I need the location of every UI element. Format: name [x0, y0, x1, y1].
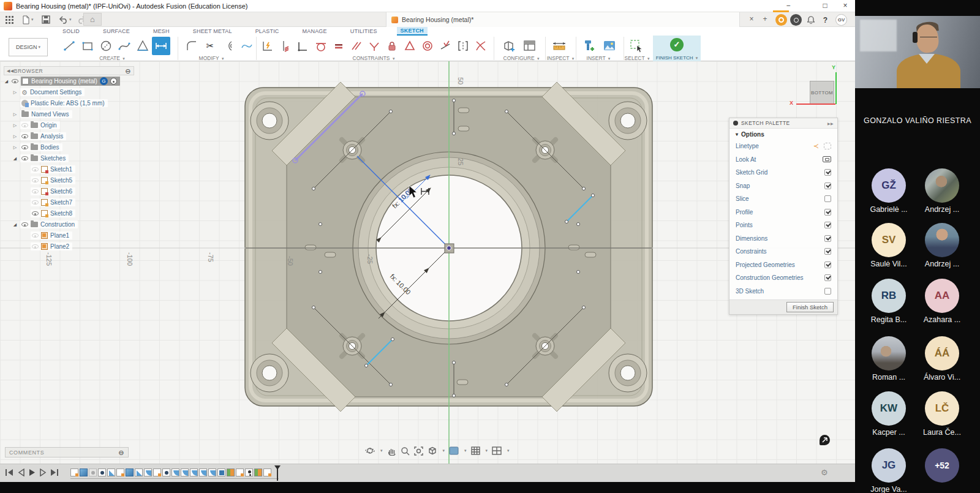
finish-sketch-button[interactable]: Finish Sketch [786, 302, 834, 312]
timeline-play-button[interactable] [28, 469, 36, 476]
sketch-dimension-icon[interactable] [260, 38, 276, 54]
slice-checkbox[interactable] [824, 195, 831, 202]
constraints-checkbox[interactable] [824, 248, 831, 255]
participant-avatar[interactable]: LČ [925, 391, 959, 426]
browser-item[interactable]: ◢ Sketches [4, 153, 134, 164]
timeline-step-back-button[interactable] [17, 469, 25, 476]
polygon-tool-icon[interactable] [135, 38, 151, 54]
visibility-eye-icon[interactable] [32, 211, 39, 216]
browser-item-label[interactable]: Analysis [40, 133, 63, 140]
notification-bell-icon[interactable] [805, 14, 816, 26]
browser-item[interactable]: ▷ Analysis [4, 131, 134, 141]
sketch-grid-checkbox[interactable] [824, 169, 831, 176]
timeline-feature-hole[interactable] [162, 469, 170, 476]
configuration-table-icon[interactable] [522, 38, 538, 54]
browser-root-row[interactable]: ◢ Bearing Housing (metal) G [4, 76, 134, 86]
job-status-icon[interactable] [775, 14, 787, 26]
tab-mesh[interactable]: MESH [149, 28, 173, 35]
browser-item[interactable]: Plane2 [4, 241, 134, 252]
speaker-video[interactable] [855, 16, 980, 88]
circle-tool-icon[interactable] [98, 38, 114, 54]
visibility-eye-icon[interactable] [32, 178, 39, 183]
participant-tile[interactable]: +52 [916, 448, 968, 485]
sketch-palette-header[interactable]: SKETCH PALETTE ▶▶ [729, 118, 837, 129]
offset-tool-icon[interactable] [221, 38, 236, 54]
trim-tool-icon[interactable]: ✂ [202, 38, 218, 54]
timeline-go-start-button[interactable] [5, 469, 13, 476]
minimize-button[interactable]: − [781, 1, 796, 11]
insert-image-icon[interactable] [601, 38, 617, 54]
visibility-eye-icon[interactable] [32, 200, 39, 205]
timeline-feature-fillet[interactable] [190, 469, 198, 476]
participant-tile[interactable]: GŽ Gabrielė ... [862, 168, 915, 214]
finish-sketch-panel[interactable]: ✓ FINISH SKETCH ▾ [653, 36, 701, 61]
browser-item-label[interactable]: Named Views [31, 111, 69, 118]
expand-arrow-icon[interactable]: ▷ [12, 134, 18, 139]
spline-tool-icon[interactable] [116, 38, 132, 54]
lock-constraint-icon[interactable] [384, 38, 400, 54]
visibility-eye-icon[interactable] [21, 222, 28, 227]
construction-geometries-checkbox[interactable] [824, 274, 831, 281]
participant-tile[interactable]: ÁÁ Álvaro Vi... [916, 336, 968, 382]
origin-marker[interactable] [445, 244, 454, 253]
collapse-panel-icon[interactable]: ◀◀ [7, 69, 14, 73]
expand-arrow-icon[interactable]: ▷ [12, 90, 18, 95]
curvature-constraint-icon[interactable] [473, 38, 489, 54]
maximize-button[interactable]: □ [818, 1, 832, 11]
options-section[interactable]: ▾ Options [729, 129, 837, 140]
visibility-eye-icon[interactable] [12, 79, 18, 83]
display-settings-icon[interactable] [428, 446, 437, 456]
timeline-position-marker[interactable] [277, 466, 278, 481]
help-icon[interactable]: ? [820, 14, 831, 26]
browser-item[interactable]: Plane1 [4, 230, 134, 241]
dimensions-checkbox[interactable] [824, 235, 831, 242]
timeline-go-end-button[interactable] [50, 469, 59, 476]
expand-arrow-icon[interactable]: ▷ [12, 145, 18, 150]
visibility-eye-icon[interactable] [32, 189, 39, 194]
zoom-icon[interactable] [401, 446, 410, 456]
symmetry-constraint-icon[interactable] [455, 38, 471, 54]
grid-settings-icon[interactable] [471, 446, 480, 455]
timeline-feature-fillet[interactable] [144, 469, 152, 476]
group-label-create[interactable]: CREATE ▾ [99, 55, 125, 61]
file-menu-icon[interactable]: ▾ [22, 14, 34, 25]
browser-item-label[interactable]: Sketch6 [50, 188, 72, 195]
more-participants-badge[interactable]: +52 [925, 448, 959, 483]
finish-sketch-check-icon[interactable]: ✓ [670, 38, 684, 51]
linetype-construction-icon[interactable] [824, 143, 831, 149]
parallel-constraint-icon[interactable] [349, 38, 364, 54]
measure-tool-icon[interactable] [551, 38, 567, 54]
document-tab[interactable]: Bearing Housing (metal)* [386, 12, 740, 27]
expand-arrow-icon[interactable]: ▷ [12, 112, 18, 117]
panel-menu-icon[interactable]: ⊖ [125, 68, 131, 74]
browser-item[interactable]: Sketch7 [4, 197, 134, 208]
visibility-eye-icon[interactable] [21, 145, 28, 149]
browser-item-label[interactable]: Sketch5 [50, 177, 72, 184]
timeline-feature-extrude[interactable] [80, 469, 88, 476]
browser-item-label[interactable]: Sketch1 [50, 166, 72, 173]
timeline-feature-hole2[interactable] [245, 469, 253, 476]
pan-icon[interactable] [387, 446, 396, 456]
browser-item[interactable]: ◢ Construction [4, 219, 134, 230]
participant-avatar-photo[interactable] [872, 336, 906, 371]
browser-item[interactable]: ▷ Origin [4, 120, 134, 130]
visibility-eye-icon[interactable] [21, 134, 28, 138]
polygon-constraint-icon[interactable] [402, 38, 418, 54]
look-at-camera-icon[interactable] [823, 156, 831, 162]
participant-tile[interactable]: LČ Laura Če... [916, 391, 968, 437]
tab-sheet-metal[interactable]: SHEET METAL [189, 28, 236, 35]
timeline-feature-box[interactable] [217, 469, 225, 476]
browser-item-label[interactable]: Plane1 [50, 232, 69, 239]
select-tool-icon[interactable] [628, 38, 644, 54]
tab-plastic[interactable]: PLASTIC [252, 28, 283, 35]
browser-item[interactable]: Sketch8 [4, 208, 134, 219]
timeline-feature-fillet[interactable] [208, 469, 216, 476]
expand-arrow-icon[interactable]: ▷ [12, 123, 18, 128]
timeline-feature-sketch[interactable] [116, 469, 124, 476]
projected-geometries-checkbox[interactable] [824, 262, 831, 268]
participant-avatar[interactable]: JG [872, 448, 906, 483]
sketch-scale-tool-icon[interactable] [239, 38, 255, 54]
timeline-scrub-track[interactable] [70, 478, 279, 479]
group-label-select[interactable]: SELECT ▾ [625, 55, 650, 61]
comments-bar[interactable]: COMMENTS ⊖ [5, 447, 129, 457]
